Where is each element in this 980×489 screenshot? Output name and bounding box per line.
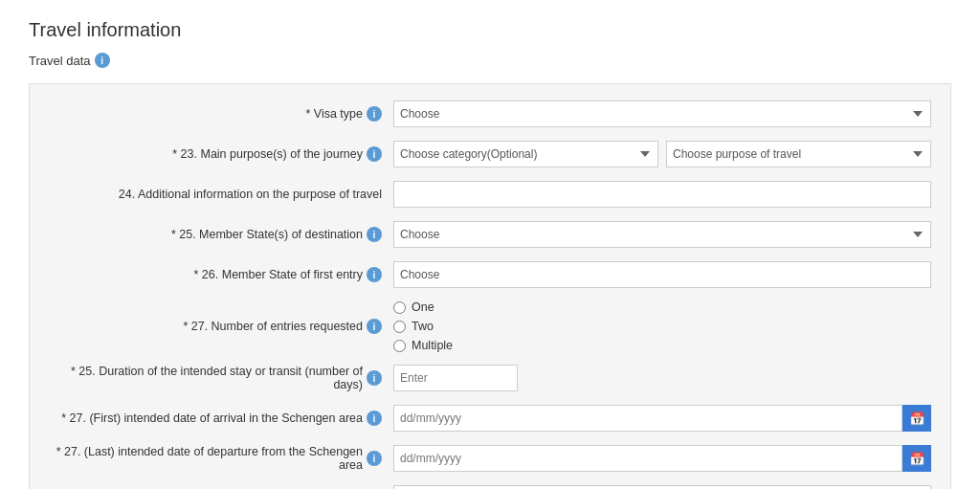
calendar-icon-2: 📅 [909, 452, 925, 466]
number-entries-info-icon[interactable]: i [367, 319, 382, 334]
radio-two-input[interactable] [393, 321, 406, 333]
means-transport-select[interactable]: Choose [393, 485, 931, 489]
radio-multiple-label: Multiple [412, 339, 453, 352]
duration-stay-info-icon[interactable]: i [367, 370, 382, 386]
main-purpose-label: * 23. Main purpose(s) of the journey i [49, 146, 393, 162]
first-arrival-row: * 27. (First) intended date of arrival i… [49, 404, 931, 433]
purpose-select[interactable]: Choose purpose of travel [666, 141, 931, 167]
visa-type-label: * Visa type i [49, 106, 393, 122]
section-title-label: Travel data [29, 54, 91, 68]
duration-stay-input[interactable] [393, 365, 518, 391]
duration-stay-row: * 25. Duration of the intended stay or t… [49, 364, 931, 392]
visa-type-row: * Visa type i Choose [49, 100, 931, 128]
last-departure-input[interactable] [393, 445, 902, 472]
member-state-dest-info-icon[interactable]: i [367, 227, 382, 242]
radio-two-label: Two [412, 320, 434, 333]
category-select[interactable]: Choose category(Optional) [393, 141, 658, 167]
radio-multiple: Multiple [393, 339, 453, 352]
duration-stay-label: * 25. Duration of the intended stay or t… [49, 365, 393, 391]
radio-one-input[interactable] [393, 301, 406, 314]
member-state-dest-select[interactable]: Choose [393, 221, 931, 248]
means-transport-control: Choose [393, 485, 931, 489]
member-state-dest-control: Choose [393, 221, 931, 248]
number-entries-control: One Two Multiple [393, 300, 931, 352]
travel-form: * Visa type i Choose * 23. Main purpose(… [29, 83, 951, 489]
first-arrival-control: 📅 [393, 405, 931, 432]
member-state-dest-label: * 25. Member State(s) of destination i [49, 227, 393, 242]
additional-info-label: 24. Additional information on the purpos… [49, 188, 393, 201]
number-entries-label: * 27. Number of entries requested i [49, 319, 393, 334]
last-departure-info-icon[interactable]: i [367, 451, 382, 466]
member-state-first-control: Choose [393, 261, 931, 288]
radio-one: One [393, 300, 453, 314]
page-title: Travel information [29, 19, 951, 41]
main-purpose-info-icon[interactable]: i [367, 146, 382, 162]
means-transport-row: * Means of transport i Choose [49, 484, 931, 489]
last-departure-label: * 27. (Last) intended date of departure … [49, 445, 393, 472]
first-arrival-input[interactable] [393, 405, 902, 432]
radio-multiple-input[interactable] [393, 340, 406, 352]
member-state-first-label: * 26. Member State of first entry i [49, 267, 393, 282]
additional-info-input[interactable] [393, 181, 931, 208]
main-purpose-row: * 23. Main purpose(s) of the journey i C… [49, 140, 931, 168]
first-arrival-calendar-button[interactable]: 📅 [902, 405, 931, 432]
number-entries-row: * 27. Number of entries requested i One … [49, 300, 931, 352]
visa-type-select[interactable]: Choose [393, 100, 931, 127]
additional-info-control [393, 181, 931, 208]
member-state-dest-row: * 25. Member State(s) of destination i C… [49, 220, 931, 249]
calendar-icon: 📅 [909, 411, 925, 426]
entries-radio-group: One Two Multiple [393, 300, 453, 352]
main-purpose-control: Choose category(Optional) Choose purpose… [393, 141, 931, 167]
member-state-first-select[interactable]: Choose [393, 261, 931, 288]
additional-info-row: 24. Additional information on the purpos… [49, 180, 931, 209]
last-departure-control: 📅 [393, 445, 931, 472]
member-state-first-row: * 26. Member State of first entry i Choo… [49, 260, 931, 289]
first-arrival-date-wrapper: 📅 [393, 405, 931, 432]
last-departure-date-wrapper: 📅 [393, 445, 931, 472]
radio-two: Two [393, 320, 453, 333]
radio-one-label: One [412, 300, 434, 314]
visa-type-control: Choose [393, 100, 931, 127]
last-departure-calendar-button[interactable]: 📅 [902, 445, 931, 472]
first-arrival-label: * 27. (First) intended date of arrival i… [49, 411, 393, 426]
visa-type-info-icon[interactable]: i [367, 106, 382, 122]
member-state-first-info-icon[interactable]: i [367, 267, 382, 282]
first-arrival-info-icon[interactable]: i [367, 411, 382, 426]
duration-stay-control [393, 365, 931, 391]
last-departure-row: * 27. (Last) intended date of departure … [49, 444, 931, 473]
section-info-icon[interactable]: i [95, 53, 110, 68]
